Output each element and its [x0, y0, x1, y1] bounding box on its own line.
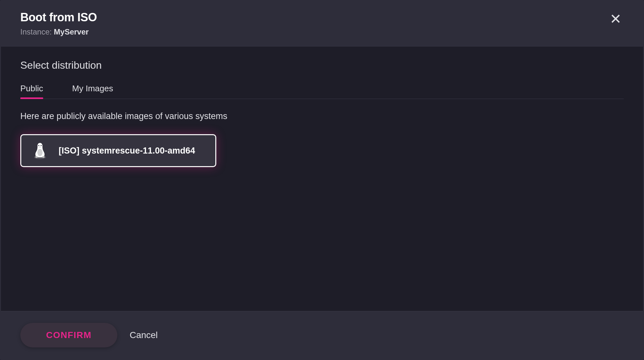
cancel-button-label: Cancel [130, 330, 158, 340]
close-icon [610, 13, 621, 24]
tabs-container: Public My Images [20, 84, 624, 99]
boot-from-iso-modal: Boot from ISO Instance: MyServer Select … [0, 0, 644, 360]
close-button[interactable] [608, 11, 624, 27]
linux-tux-icon [31, 142, 49, 160]
instance-line: Instance: MyServer [20, 27, 97, 36]
header-content: Boot from ISO Instance: MyServer [20, 11, 97, 36]
tab-my-images[interactable]: My Images [72, 84, 113, 99]
image-label: [ISO] systemrescue-11.00-amd64 [59, 145, 195, 156]
tab-description: Here are publicly available images of va… [20, 111, 624, 121]
tab-my-images-label: My Images [72, 84, 113, 93]
confirm-button-label: CONFIRM [46, 330, 92, 340]
modal-body: Select distribution Public My Images Her… [1, 46, 643, 311]
images-grid: [ISO] systemrescue-11.00-amd64 [20, 134, 624, 167]
modal-footer: CONFIRM Cancel [1, 311, 643, 359]
svg-point-3 [38, 145, 39, 146]
confirm-button[interactable]: CONFIRM [20, 323, 117, 347]
modal-header: Boot from ISO Instance: MyServer [1, 1, 643, 46]
modal-title: Boot from ISO [20, 11, 97, 24]
cancel-button[interactable]: Cancel [126, 323, 161, 347]
tab-public[interactable]: Public [20, 84, 43, 99]
instance-name: MyServer [54, 27, 89, 36]
section-title: Select distribution [20, 59, 624, 71]
image-card-systemrescue[interactable]: [ISO] systemrescue-11.00-amd64 [20, 134, 216, 167]
svg-point-4 [41, 145, 42, 146]
svg-point-5 [37, 149, 43, 156]
instance-label: Instance: [20, 27, 54, 36]
tab-public-label: Public [20, 84, 43, 93]
